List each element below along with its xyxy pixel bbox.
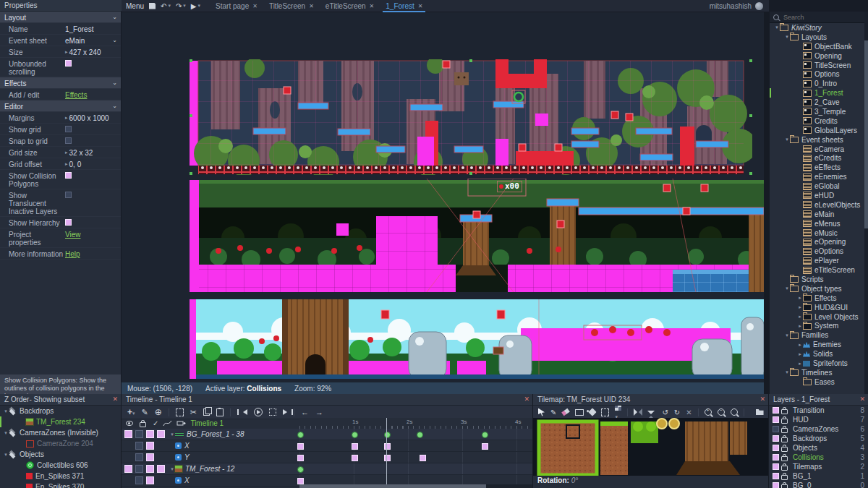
- tree-item[interactable]: ▸ System: [770, 322, 868, 331]
- tree-item[interactable]: TitleScreen: [770, 61, 868, 70]
- chevron-down-icon[interactable]: ⌄: [112, 103, 117, 109]
- keyframe-lane[interactable]: [299, 452, 532, 463]
- tree-item[interactable]: Scripts: [770, 275, 868, 284]
- close-icon[interactable]: ✕: [859, 394, 865, 405]
- keyframe-lane[interactable]: [299, 440, 532, 451]
- lock-icon[interactable]: [781, 475, 788, 480]
- expand-arrow-icon[interactable]: ▾: [784, 369, 790, 375]
- close-icon[interactable]: ✕: [760, 394, 765, 405]
- property-row[interactable]: Show Hierarchy: [0, 217, 121, 228]
- track-checkbox[interactable]: [157, 430, 165, 438]
- track-checkbox[interactable]: [146, 442, 154, 450]
- chevron-down-icon[interactable]: ⌄: [112, 80, 117, 86]
- property-checkbox[interactable]: [65, 219, 72, 226]
- property-checkbox[interactable]: [65, 172, 72, 179]
- add-circle-button[interactable]: ⊕: [155, 407, 162, 417]
- keyframe-marker[interactable]: [384, 432, 391, 438]
- track-checkbox[interactable]: [146, 453, 154, 461]
- track-checkbox[interactable]: [124, 442, 132, 450]
- save-icon[interactable]: [149, 3, 156, 9]
- close-icon[interactable]: ✕: [112, 394, 118, 405]
- clear-tile-button[interactable]: ✕: [686, 408, 692, 416]
- layer-row[interactable]: BG_0 0: [769, 481, 868, 488]
- spritefont-counter[interactable]: x00: [497, 181, 522, 192]
- z-order-item[interactable]: ▾ CameraZones (Invisible): [0, 427, 121, 438]
- flip-vertical-button[interactable]: [647, 411, 655, 414]
- track-checkbox[interactable]: [124, 476, 132, 484]
- expand-arrow-icon[interactable]: ▾: [784, 286, 790, 291]
- tree-item[interactable]: eEnemies: [770, 172, 868, 181]
- menu-button[interactable]: Menu: [126, 2, 144, 10]
- timeline-ruler[interactable]: 1s 2s 3s 4s: [299, 418, 532, 429]
- tree-item[interactable]: ▸ Solids: [770, 349, 868, 359]
- track-checkbox[interactable]: [146, 465, 154, 473]
- flip-horizontal-button[interactable]: [634, 408, 637, 416]
- editor-tab[interactable]: Start page ✕: [210, 0, 263, 12]
- level-section-top-art[interactable]: [190, 59, 752, 175]
- skip-start-button[interactable]: [243, 409, 247, 415]
- tree-item[interactable]: ▸ Effects: [770, 294, 868, 303]
- keyframe-marker[interactable]: [297, 432, 304, 438]
- property-row[interactable]: Project properties View: [0, 228, 121, 248]
- timeline-name[interactable]: Timeline 1: [190, 419, 224, 427]
- property-row[interactable]: More information Help: [0, 248, 121, 260]
- property-value[interactable]: Effects: [65, 90, 87, 99]
- property-row[interactable]: Effects ⌄: [0, 77, 121, 89]
- rotate-cw-button[interactable]: ↻: [674, 408, 680, 416]
- z-order-item[interactable]: CameraZone 204: [0, 438, 121, 449]
- tree-item[interactable]: ObjectBank: [770, 42, 868, 51]
- expand-arrow-icon[interactable]: ▸: [797, 295, 803, 301]
- expand-arrow-icon[interactable]: ▾: [784, 137, 790, 142]
- keyframe-lane[interactable]: [299, 429, 532, 440]
- tag-icon[interactable]: [176, 420, 186, 427]
- keyframe-marker[interactable]: [297, 478, 304, 484]
- property-row[interactable]: Show Translucent Inactive Layers: [0, 189, 121, 217]
- project-scrollbar[interactable]: [864, 12, 868, 394]
- lock-icon[interactable]: [140, 422, 146, 427]
- keyframe-marker[interactable]: [420, 455, 426, 461]
- property-row[interactable]: Grid offset ▸ 0, 0: [0, 158, 121, 170]
- eraser-tool-button[interactable]: [562, 408, 571, 416]
- expand-arrow-icon[interactable]: ▸: [797, 342, 803, 348]
- track-checkbox[interactable]: [157, 453, 165, 461]
- lock-icon[interactable]: [781, 466, 788, 471]
- layer-visibility-checkbox[interactable]: [773, 454, 779, 461]
- scrollbar-thumb[interactable]: [299, 484, 486, 488]
- editor-tab[interactable]: TitleScreen ✕: [263, 0, 320, 12]
- tree-item[interactable]: eOptions: [770, 247, 868, 256]
- layer-visibility-checkbox[interactable]: [773, 435, 779, 442]
- level-section-middle-art[interactable]: [190, 179, 764, 292]
- tree-item[interactable]: ▾ KiwiStory: [770, 23, 868, 33]
- open-folder-icon[interactable]: [756, 409, 764, 415]
- property-checkbox[interactable]: [65, 192, 72, 198]
- tree-item[interactable]: Opening: [770, 51, 868, 61]
- lock-icon[interactable]: [781, 428, 788, 433]
- zoom-reset-icon[interactable]: [731, 408, 738, 416]
- property-row[interactable]: Editor ⌄: [0, 100, 121, 112]
- tree-item[interactable]: eGlobal: [770, 181, 868, 191]
- lock-icon[interactable]: [781, 447, 788, 452]
- z-order-item[interactable]: En_Spikes 371: [0, 471, 121, 481]
- tree-item[interactable]: ▸ HUD&GUI: [770, 303, 868, 312]
- keyframe-marker[interactable]: [352, 455, 358, 461]
- tree-item[interactable]: eCamera: [770, 145, 868, 154]
- chevron-down-icon[interactable]: ⌄: [112, 37, 117, 43]
- property-value[interactable]: 0, 0: [69, 160, 82, 168]
- edit-button[interactable]: ✎: [142, 408, 148, 417]
- property-row[interactable]: Add / edit Effects: [0, 89, 121, 100]
- property-value[interactable]: 32 x 32: [69, 148, 93, 157]
- track-checkbox[interactable]: [135, 442, 143, 450]
- property-row[interactable]: Show grid: [0, 124, 121, 135]
- property-value[interactable]: 427 x 240: [69, 48, 101, 56]
- lock-icon[interactable]: [781, 437, 788, 442]
- expand-arrow-icon[interactable]: ▸: [797, 304, 803, 310]
- editor-tab[interactable]: eTitleScreen ✕: [320, 0, 380, 12]
- pencil-tool-button[interactable]: ✎: [550, 408, 556, 416]
- keyframe-marker[interactable]: [297, 443, 304, 450]
- tree-item[interactable]: eMenus: [770, 219, 868, 228]
- expand-arrow-icon[interactable]: ▸: [797, 361, 803, 367]
- property-checkbox[interactable]: [65, 60, 72, 67]
- marquee-tool-button[interactable]: [601, 408, 609, 416]
- property-value[interactable]: 1_Forest: [65, 25, 93, 33]
- layer-row[interactable]: BG_1 1: [769, 471, 868, 481]
